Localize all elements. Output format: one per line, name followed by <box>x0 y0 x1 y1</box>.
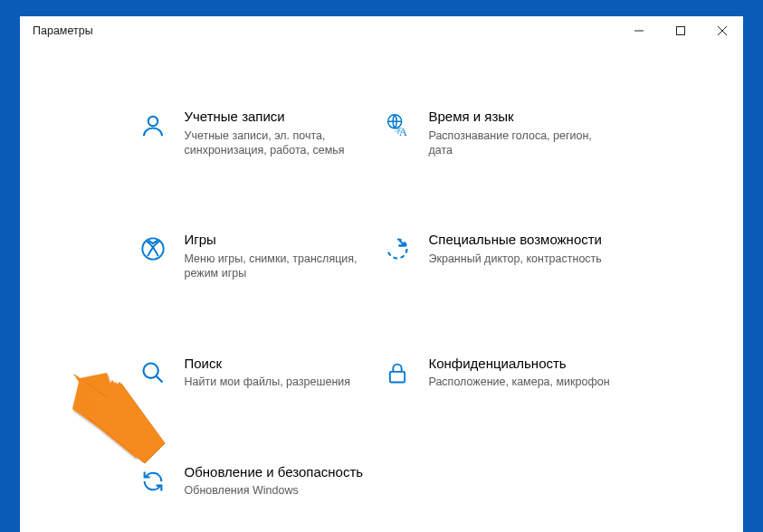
settings-grid: Учетные записи Учетные записи, эл. почта… <box>138 109 626 532</box>
window-controls <box>618 16 743 45</box>
tile-ease-of-access[interactable]: Специальные возможности Экранный диктор,… <box>382 232 626 280</box>
svg-point-8 <box>142 239 163 260</box>
window-title: Параметры <box>33 24 93 37</box>
tile-time-language[interactable]: A 字 Время и язык Распознавание голоса, р… <box>382 109 626 157</box>
svg-rect-1 <box>677 27 685 35</box>
xbox-icon <box>138 233 168 264</box>
minimize-button[interactable] <box>618 16 660 45</box>
tile-text: Поиск Найти мои файлы, разрешения <box>185 356 382 390</box>
maximize-icon <box>676 26 685 35</box>
close-button[interactable] <box>701 16 743 45</box>
sync-icon <box>138 466 168 497</box>
lock-icon <box>382 357 413 388</box>
tile-search[interactable]: Поиск Найти мои файлы, разрешения <box>138 356 382 390</box>
minimize-icon <box>634 26 644 35</box>
settings-window: Параметры <box>20 16 743 532</box>
tile-desc: Расположение, камера, микрофон <box>429 375 617 389</box>
tile-text: Обновление и безопасность Обновления Win… <box>185 464 382 499</box>
search-icon <box>138 357 168 388</box>
close-icon <box>718 26 727 35</box>
tile-desc: Обновления Windows <box>185 483 373 498</box>
tile-text: Конфиденциальность Расположение, камера,… <box>429 356 626 390</box>
settings-content: Учетные записи Учетные записи, эл. почта… <box>20 45 743 532</box>
svg-text:字: 字 <box>395 127 402 135</box>
titlebar: Параметры <box>20 16 743 45</box>
tile-accounts[interactable]: Учетные записи Учетные записи, эл. почта… <box>138 109 382 157</box>
tile-desc: Меню игры, снимки, трансляция, режим игр… <box>185 252 373 281</box>
tile-title: Обновление и безопасность <box>185 464 373 481</box>
accessibility-icon <box>382 233 413 264</box>
tile-text: Учетные записи Учетные записи, эл. почта… <box>185 109 382 157</box>
globe-letter-icon: A 字 <box>382 110 413 141</box>
tile-privacy[interactable]: Конфиденциальность Расположение, камера,… <box>382 356 626 390</box>
tile-title: Время и язык <box>429 109 617 126</box>
maximize-button[interactable] <box>660 16 701 45</box>
tile-title: Учетные записи <box>185 109 373 126</box>
person-icon <box>138 110 168 141</box>
tile-desc: Распознавание голоса, регион, дата <box>429 128 617 158</box>
tile-title: Специальные возможности <box>429 232 617 249</box>
svg-point-4 <box>148 117 157 127</box>
tile-text: Время и язык Распознавание голоса, регио… <box>429 109 626 157</box>
tile-desc: Найти мои файлы, разрешения <box>185 375 373 389</box>
tile-text: Игры Меню игры, снимки, трансляция, режи… <box>185 232 382 280</box>
svg-rect-12 <box>389 371 404 382</box>
svg-line-11 <box>156 375 162 382</box>
svg-point-10 <box>143 363 157 377</box>
tile-desc: Учетные записи, эл. почта, синхронизация… <box>185 128 373 158</box>
tile-update-security[interactable]: Обновление и безопасность Обновления Win… <box>138 464 382 499</box>
tile-gaming[interactable]: Игры Меню игры, снимки, трансляция, режи… <box>138 232 382 280</box>
tile-desc: Экранный диктор, контрастность <box>429 252 617 266</box>
tile-title: Игры <box>185 232 373 249</box>
tile-title: Поиск <box>185 356 373 373</box>
tile-text: Специальные возможности Экранный диктор,… <box>429 232 626 266</box>
tile-title: Конфиденциальность <box>429 356 617 373</box>
